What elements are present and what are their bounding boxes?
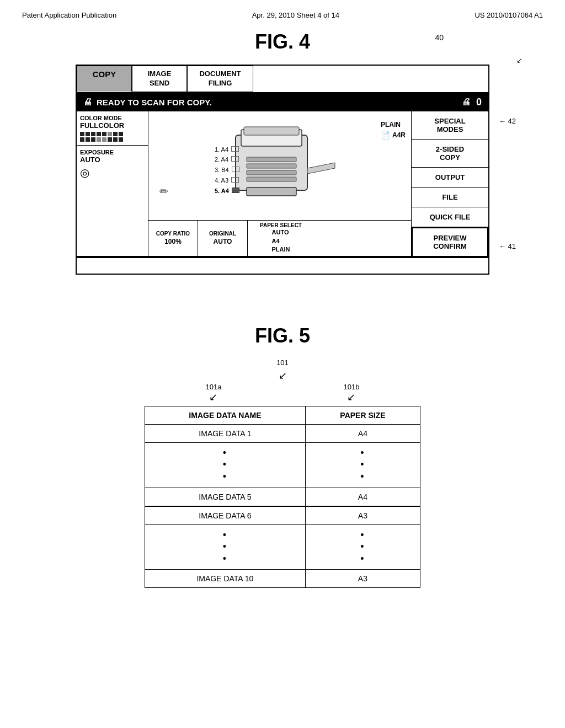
ref-40: 40 [435,33,444,42]
image-data-1-size: A4 [305,424,420,442]
table-row: ••• ••• [145,442,420,488]
tray-3: 3. B4 [215,165,239,175]
dots-1a: ••• [145,442,306,488]
header-center: Apr. 29, 2010 Sheet 4 of 14 [252,11,339,19]
status-left: 🖨 READY TO SCAN FOR COPY. [83,97,212,107]
printer-icon: 🖨 [83,97,92,107]
ref-40-arrow: ↙ [516,56,523,65]
two-sided-copy-button[interactable]: 2-SIDEDCOPY [412,140,488,168]
exposure-box: EXPOSURE AUTO ◎ [77,146,148,183]
machine-screen: COPY IMAGESEND DOCUMENTFILING 🖨 READY TO… [76,65,489,275]
status-counter: 0 [476,97,482,108]
page-header: Patent Application Publication Apr. 29, … [22,11,543,19]
center-column: PLAIN 📄 A4R 1. A4 2. A4 3. B4 4. A3 5. A… [148,111,411,256]
bottom-row: COPY RATIO 100% ORIGINAL AUTO PAPER SELE… [148,220,411,256]
color-bars [80,132,145,142]
header-left: Patent Application Publication [22,11,116,19]
tray-1: 1. A4 [215,144,239,155]
dots-1b: ••• [305,442,420,488]
color-mode-label: COLOR MODE [80,115,145,121]
tab-image-send[interactable]: IMAGESEND [132,66,187,92]
table-row: IMAGE DATA 5 A4 [145,488,420,506]
ref-101-label: 101 [276,358,289,367]
original-value: AUTO [214,238,232,245]
exposure-icon: ◎ [80,166,145,179]
tray-4: 4. A3 [215,175,239,186]
copy-ratio-value: 100% [164,238,182,245]
image-data-10-size: A3 [305,570,420,588]
svg-rect-3 [247,157,296,162]
dots-2a: ••• [145,524,306,570]
color-mode-box: COLOR MODE FULLCOLOR [77,111,148,146]
paper-type-display: PLAIN 📄 A4R [381,120,406,141]
right-column: ← 42 ← 41 SPECIALMODES 2-SIDEDCOPY OUTPU… [411,111,488,256]
output-button[interactable]: OUTPUT [412,168,488,188]
svg-rect-4 [247,164,296,168]
exposure-label: EXPOSURE [80,149,145,156]
printer-graphic: PLAIN 📄 A4R 1. A4 2. A4 3. B4 4. A3 5. A… [148,111,411,220]
fig5-container: 101 ↙ 101a ↙ 101b ↙ IMAGE DATA NAME PAPE… [145,358,420,588]
ref-41: ← 41 [499,242,516,250]
original-label: ORIGINAL [209,231,236,237]
fig4-container: ↙ COPY IMAGESEND DOCUMENTFILING 🖨 READY … [76,65,489,275]
image-data-5-name: IMAGE DATA 5 [145,488,306,506]
table-row: IMAGE DATA 10 A3 [145,570,420,588]
data-table: IMAGE DATA NAME PAPER SIZE IMAGE DATA 1 … [145,406,420,588]
col-header-paper-size: PAPER SIZE [305,406,420,424]
paper-select-values: AUTOA4PLAIN [272,228,290,254]
image-data-1-name: IMAGE DATA 1 [145,424,306,442]
paper-a4r-label: A4R [392,130,406,140]
image-data-6-name: IMAGE DATA 6 [145,506,306,525]
special-modes-button[interactable]: SPECIALMODES [412,111,488,140]
original-cell[interactable]: ORIGINAL AUTO [198,221,248,256]
bottom-bar [77,257,488,274]
tab-copy[interactable]: COPY [77,66,132,92]
header-right: US 2010/0107064 A1 [475,11,543,19]
ref-101-area: 101 [145,358,420,367]
ref-101-arrow: ↙ [145,370,420,382]
col-refs: 101a ↙ 101b ↙ [145,383,420,403]
svg-rect-6 [247,177,296,181]
image-data-5-size: A4 [305,488,420,506]
table-row: ••• ••• [145,524,420,570]
svg-rect-7 [247,188,296,196]
image-data-10-name: IMAGE DATA 10 [145,570,306,588]
main-area: COLOR MODE FULLCOLOR [77,111,488,257]
file-button[interactable]: FILE [412,188,488,207]
quick-file-button[interactable]: QUICK FILE [412,207,488,227]
tab-bar: COPY IMAGESEND DOCUMENTFILING [77,66,488,93]
color-mode-value: FULLCOLOR [80,121,145,130]
ref-101b-area: 101b ↙ [344,383,360,403]
col-header-image-data-name: IMAGE DATA NAME [145,406,306,424]
table-row: IMAGE DATA 1 A4 [145,424,420,442]
paper-select-cell[interactable]: PAPER SELECT AUTOA4PLAIN [248,221,314,256]
table-row: IMAGE DATA 6 A3 [145,506,420,525]
status-icon-right: 🖨 [462,97,471,107]
paper-plain-label: PLAIN [381,120,406,130]
status-right: 🖨 0 [462,97,482,108]
svg-rect-2 [244,127,299,135]
preview-confirm-button[interactable]: PREVIEWCONFIRM [412,227,488,256]
bypass-arrow: ✏ [159,185,169,198]
tray-2: 2. A4 [215,154,239,165]
tray-5: 5. A4 [215,186,239,196]
copy-ratio-cell[interactable]: COPY RATIO 100% [148,221,198,256]
ref-101a-area: 101a ↙ [206,383,222,403]
fig4-title: FIG. 4 40 [22,30,543,53]
paper-select-label: PAPER SELECT [260,222,302,228]
exposure-value: AUTO [80,156,145,164]
fig5-title: FIG. 5 [22,324,543,347]
paper-icon: 📄 [381,130,390,141]
image-data-6-size: A3 [305,506,420,525]
svg-rect-5 [247,170,296,175]
status-bar: 🖨 READY TO SCAN FOR COPY. 🖨 0 [77,93,488,111]
status-text: READY TO SCAN FOR COPY. [97,98,212,107]
tray-list: 1. A4 2. A4 3. B4 4. A3 5. A4 [215,144,239,196]
tab-document-filing[interactable]: DOCUMENTFILING [187,66,253,92]
left-column: COLOR MODE FULLCOLOR [77,111,148,256]
copy-ratio-label: COPY RATIO [156,231,190,237]
ref-42: ← 42 [499,117,516,125]
dots-2b: ••• [305,524,420,570]
